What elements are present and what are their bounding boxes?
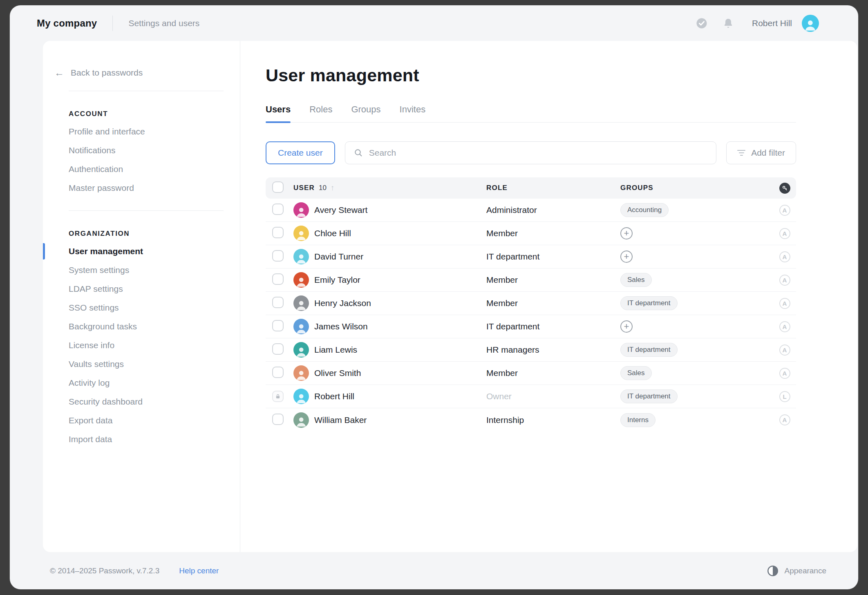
appearance-label: Appearance <box>785 566 826 575</box>
group-pill[interactable]: Sales <box>620 366 652 380</box>
table-row[interactable]: Avery Stewart Administrator Accounting A <box>266 199 796 222</box>
main-panel: User management UsersRolesGroupsInvites … <box>240 41 857 552</box>
sidebar-item-security-dashboard[interactable]: Security dashboard <box>69 392 224 411</box>
user-name[interactable]: Liam Lewis <box>314 345 357 355</box>
table-row[interactable]: Oliver Smith Member Sales A <box>266 362 796 385</box>
user-groups: Interns <box>620 413 776 427</box>
sidebar: ← Back to passwords ACCOUNTProfile and i… <box>43 41 240 552</box>
app-window: My company Settings and users Robert Hil… <box>10 5 858 589</box>
group-pill[interactable]: Interns <box>620 413 655 427</box>
avatar <box>293 226 309 241</box>
table-row[interactable]: Liam Lewis HR managers IT department A <box>266 338 796 362</box>
sidebar-item-profile-and-interface[interactable]: Profile and interface <box>69 122 224 141</box>
tab-roles[interactable]: Roles <box>309 104 332 122</box>
sidebar-item-master-password[interactable]: Master password <box>69 179 224 197</box>
tab-invites[interactable]: Invites <box>400 104 426 122</box>
key-icon[interactable] <box>779 183 790 194</box>
copyright-text: © 2014–2025 Passwork, v.7.2.3 <box>50 566 159 575</box>
appearance-toggle[interactable]: Appearance <box>767 565 826 577</box>
sidebar-item-background-tasks[interactable]: Background tasks <box>69 317 224 336</box>
sort-asc-icon[interactable]: ↑ <box>331 183 335 192</box>
column-role[interactable]: ROLE <box>486 184 620 192</box>
user-name[interactable]: William Baker <box>314 415 367 425</box>
row-checkbox[interactable] <box>272 297 284 308</box>
group-pill[interactable]: Sales <box>620 273 652 287</box>
user-name[interactable]: Avery Stewart <box>314 205 367 215</box>
sidebar-item-license-info[interactable]: License info <box>69 336 224 355</box>
user-role: IT department <box>486 322 620 331</box>
add-group-plus-icon[interactable]: + <box>620 251 633 263</box>
sidebar-item-sso-settings[interactable]: SSO settings <box>69 298 224 317</box>
search-box[interactable] <box>345 141 716 164</box>
row-checkbox[interactable] <box>272 367 284 378</box>
table-row[interactable]: Robert Hill Owner IT department L <box>266 385 796 408</box>
group-pill[interactable]: IT department <box>620 343 678 357</box>
sidebar-divider <box>69 210 224 211</box>
user-role: IT department <box>486 252 620 262</box>
group-pill[interactable]: Accounting <box>620 203 669 217</box>
table-row[interactable]: David Turner IT department + A <box>266 245 796 268</box>
select-all-checkbox[interactable] <box>272 181 284 193</box>
sidebar-item-activity-log[interactable]: Activity log <box>69 374 224 392</box>
group-pill[interactable]: IT department <box>620 389 678 403</box>
table-header: USER 10 ↑ ROLE GROUPS <box>266 177 796 199</box>
user-name[interactable]: Henry Jackson <box>314 298 371 308</box>
sidebar-item-import-data[interactable]: Import data <box>69 430 224 449</box>
sidebar-item-user-management[interactable]: User management <box>69 242 224 261</box>
user-name[interactable]: Emily Taylor <box>314 275 360 285</box>
user-name[interactable]: Robert Hill <box>314 391 354 401</box>
page-title: User management <box>266 65 796 85</box>
user-role: Member <box>486 368 620 378</box>
sidebar-item-export-data[interactable]: Export data <box>69 411 224 430</box>
tab-users[interactable]: Users <box>266 104 291 122</box>
user-groups: + <box>620 227 776 239</box>
row-checkbox[interactable] <box>272 414 284 425</box>
table-row[interactable]: Emily Taylor Member Sales A <box>266 268 796 292</box>
user-name[interactable]: Chloe Hill <box>314 228 351 238</box>
row-checkbox[interactable] <box>272 320 284 331</box>
add-group-plus-icon[interactable]: + <box>620 320 633 333</box>
help-center-link[interactable]: Help center <box>179 566 219 575</box>
status-badge: A <box>779 368 790 379</box>
bell-icon[interactable] <box>723 18 734 29</box>
user-role: Internship <box>486 415 620 425</box>
column-user[interactable]: USER 10 ↑ <box>293 183 486 192</box>
add-filter-button[interactable]: Add filter <box>726 141 796 164</box>
sidebar-item-ldap-settings[interactable]: LDAP settings <box>69 280 224 298</box>
table-row[interactable]: Henry Jackson Member IT department A <box>266 292 796 315</box>
row-checkbox[interactable] <box>272 204 284 215</box>
table-row[interactable]: William Baker Internship Interns A <box>266 408 796 432</box>
row-checkbox[interactable] <box>272 273 284 285</box>
topbar-user-name[interactable]: Robert Hill <box>752 18 792 28</box>
column-groups[interactable]: GROUPS <box>620 184 776 192</box>
table-row[interactable]: James Wilson IT department + A <box>266 315 796 338</box>
user-name[interactable]: James Wilson <box>314 322 368 331</box>
user-role: HR managers <box>486 345 620 355</box>
appearance-icon <box>767 565 779 577</box>
sidebar-item-vaults-settings[interactable]: Vaults settings <box>69 355 224 374</box>
user-groups: Accounting <box>620 203 776 217</box>
topbar-section-label: Settings and users <box>128 18 199 28</box>
table-row[interactable]: Chloe Hill Member + A <box>266 222 796 245</box>
sidebar-item-authentication[interactable]: Authentication <box>69 160 224 179</box>
sidebar-item-system-settings[interactable]: System settings <box>69 261 224 280</box>
search-input[interactable] <box>369 148 708 158</box>
back-link-label: Back to passwords <box>71 68 143 78</box>
user-groups: IT department <box>620 296 776 310</box>
tab-groups[interactable]: Groups <box>351 104 380 122</box>
user-name[interactable]: Oliver Smith <box>314 368 361 378</box>
create-user-button[interactable]: Create user <box>266 141 335 164</box>
sidebar-item-notifications[interactable]: Notifications <box>69 141 224 160</box>
topbar-avatar[interactable] <box>802 15 819 32</box>
status-badge: A <box>779 414 790 425</box>
add-group-plus-icon[interactable]: + <box>620 227 633 239</box>
row-checkbox[interactable] <box>272 343 284 355</box>
back-to-passwords-link[interactable]: ← Back to passwords <box>54 68 224 78</box>
status-badge: A <box>779 275 790 286</box>
group-pill[interactable]: IT department <box>620 296 678 310</box>
row-checkbox[interactable] <box>272 227 284 238</box>
user-name[interactable]: David Turner <box>314 252 363 262</box>
check-circle-icon[interactable] <box>696 17 708 29</box>
users-table: USER 10 ↑ ROLE GROUPS <box>266 177 796 432</box>
row-checkbox[interactable] <box>272 250 284 262</box>
